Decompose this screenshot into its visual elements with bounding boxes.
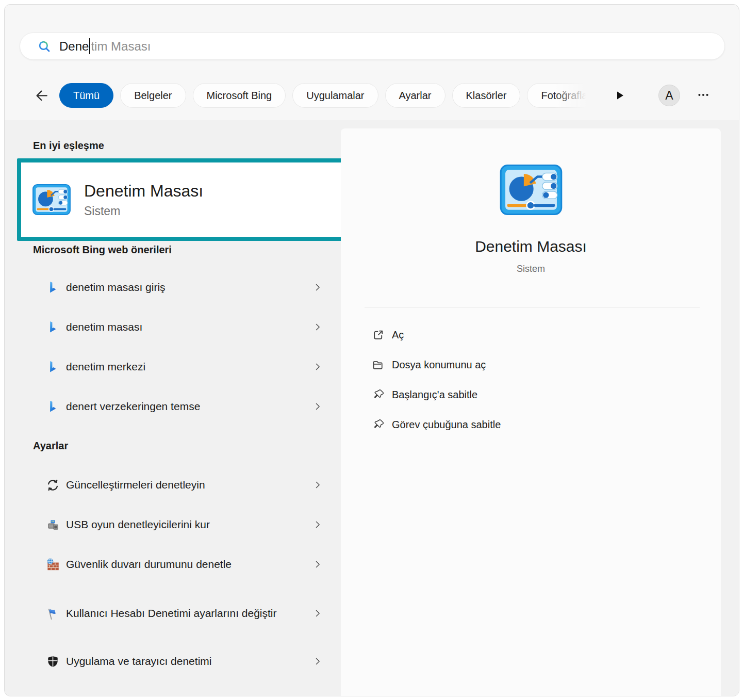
preview-title: Denetim Masası (341, 238, 721, 255)
settings-item-check-updates[interactable]: Güncelleştirmeleri denetleyin (25, 470, 327, 499)
firewall-icon (46, 558, 60, 572)
text-caret (89, 38, 90, 54)
tab-fotograflar[interactable]: Fotoğraflar (527, 83, 597, 108)
search-flyout-window: Denetim Masası Tümü Belgeler Microsoft B… (4, 4, 739, 696)
filter-pills: Tümü Belgeler Microsoft Bing Uygulamalar… (59, 82, 597, 109)
chevron-right-icon (312, 608, 323, 618)
chevron-right-icon (312, 519, 323, 530)
arrow-left-icon (34, 88, 49, 104)
bing-suggestion-item[interactable]: denetim merkezi (25, 352, 327, 381)
chevron-right-icon (312, 656, 323, 666)
user-avatar[interactable]: A (658, 85, 680, 106)
bing-icon (46, 281, 60, 295)
chevron-right-icon (312, 480, 323, 490)
open-external-icon (372, 329, 385, 341)
tab-klasorler[interactable]: Klasörler (452, 83, 521, 108)
tab-tumu[interactable]: Tümü (59, 83, 113, 108)
action-open-file-location[interactable]: Dosya konumunu aç (358, 350, 704, 379)
action-pin-to-start[interactable]: Başlangıç'a sabitle (358, 380, 704, 409)
bing-icon (46, 360, 60, 374)
bing-icon (46, 400, 60, 414)
tab-uygulamalar[interactable]: Uygulamalar (292, 83, 378, 108)
back-button[interactable] (31, 86, 52, 107)
folder-icon (372, 359, 385, 371)
play-right-icon (614, 89, 626, 102)
preview-subtitle: Sistem (341, 264, 721, 274)
action-open[interactable]: Aç (358, 320, 704, 349)
filter-tabs-row: Tümü Belgeler Microsoft Bing Uygulamalar… (5, 82, 739, 109)
tabs-scroll-right-button[interactable] (611, 87, 629, 105)
game-controller-icon (46, 518, 60, 532)
settings-item-usb-controllers[interactable]: USB oyun denetleyicilerini kur (25, 510, 327, 539)
settings-item-app-browser-control[interactable]: Uygulama ve tarayıcı denetimi (25, 647, 327, 676)
results-area: En iyi eşleşme Denetim Masası Sistem Mic… (5, 120, 739, 696)
control-panel-icon-large (341, 165, 721, 215)
chevron-right-icon (312, 401, 323, 412)
ellipsis-icon (697, 88, 710, 102)
search-text: Denetim Masası (59, 38, 151, 54)
tab-belgeler[interactable]: Belgeler (120, 83, 186, 108)
chevron-right-icon (312, 282, 323, 292)
divider (365, 307, 700, 307)
sync-icon (46, 478, 60, 492)
security-shield-icon (46, 655, 60, 669)
chevron-right-icon (312, 559, 323, 569)
best-match-result[interactable]: Denetim Masası Sistem (21, 162, 386, 237)
tab-ayarlar[interactable]: Ayarlar (385, 83, 445, 108)
bing-suggestion-item[interactable]: denert verzekeringen temse (25, 392, 327, 421)
best-match-heading: En iyi eşleşme (33, 140, 104, 152)
settings-item-uac[interactable]: Kullanıcı Hesabı Denetimi ayarlarını değ… (25, 591, 327, 636)
search-completion-text: tim Masası (91, 39, 151, 54)
more-options-button[interactable] (695, 88, 712, 103)
chevron-right-icon (312, 362, 323, 372)
pin-icon (372, 418, 385, 431)
pin-icon (372, 388, 385, 401)
search-typed-text: Dene (59, 39, 89, 54)
settings-item-firewall-status[interactable]: Güvenlik duvarı durumunu denetle (25, 550, 327, 579)
control-panel-icon (32, 184, 71, 215)
bing-icon (46, 320, 60, 334)
settings-heading: Ayarlar (33, 440, 68, 452)
tab-microsoft-bing[interactable]: Microsoft Bing (193, 83, 286, 108)
bing-suggestions-heading: Microsoft Bing web önerileri (33, 244, 172, 256)
uac-flag-icon (46, 607, 60, 621)
search-input[interactable]: Denetim Masası (20, 32, 725, 60)
best-match-subtitle: Sistem (84, 204, 203, 218)
action-pin-to-taskbar[interactable]: Görev çubuğuna sabitle (358, 410, 704, 439)
preview-pane: Denetim Masası Sistem Aç Dosya konumunu … (341, 128, 721, 696)
annotation-rectangle: Denetim Masası Sistem (17, 158, 390, 241)
chevron-right-icon (312, 322, 323, 332)
best-match-title: Denetim Masası (84, 182, 203, 201)
search-icon (38, 40, 51, 53)
bing-suggestion-item[interactable]: denetim masası giriş (25, 273, 327, 302)
bing-suggestion-item[interactable]: denetim masası (25, 313, 327, 341)
